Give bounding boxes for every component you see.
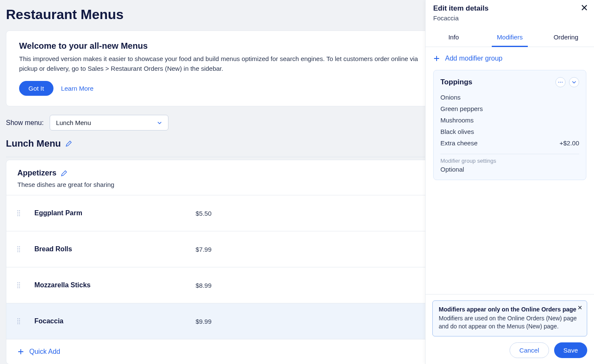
info-box-title: Modifiers appear only on the Online Orde… xyxy=(439,306,581,313)
tab-ordering[interactable]: Ordering xyxy=(538,28,594,47)
option-name: Mushrooms xyxy=(440,117,474,124)
add-modifier-group-label: Add modifier group xyxy=(445,55,502,62)
learn-more-link[interactable]: Learn More xyxy=(61,85,94,92)
panel-title: Edit item details xyxy=(433,4,586,13)
edit-item-panel: Edit item details Focaccia ✕ Info Modifi… xyxy=(425,0,594,364)
chevron-down-icon[interactable] xyxy=(569,77,579,87)
item-price: $5.50 xyxy=(196,210,255,217)
modifier-option-row: Onions xyxy=(440,92,579,103)
tab-info[interactable]: Info xyxy=(426,28,482,47)
save-button[interactable]: Save xyxy=(554,342,587,358)
menu-select-value: Lunch Menu xyxy=(56,119,91,126)
menu-select[interactable]: Lunch Menu xyxy=(50,115,168,131)
modifier-settings-label: Modifier group settings xyxy=(440,158,579,164)
item-name: Eggplant Parm xyxy=(34,209,196,217)
modifier-settings-value: Optional xyxy=(440,166,579,173)
got-it-button[interactable]: Got It xyxy=(19,81,53,96)
add-modifier-group-button[interactable]: Add modifier group xyxy=(433,55,586,62)
drag-handle-icon[interactable] xyxy=(17,282,22,288)
modifier-option-row: Green peppers xyxy=(440,103,579,114)
item-name: Focaccia xyxy=(34,317,196,325)
info-box: Modifiers appear only on the Online Orde… xyxy=(432,300,587,336)
plus-icon xyxy=(433,55,440,62)
modifier-option-row: Extra cheese +$2.00 xyxy=(440,137,579,149)
pencil-icon[interactable] xyxy=(61,170,67,177)
more-options-icon[interactable]: ⋯ xyxy=(555,77,566,87)
show-menu-label: Show menu: xyxy=(6,119,44,127)
info-box-text: Modifiers are used on the Online Orders … xyxy=(439,314,581,331)
pencil-icon[interactable] xyxy=(65,140,72,147)
close-icon[interactable]: ✕ xyxy=(580,3,588,13)
menu-title: Lunch Menu xyxy=(6,138,61,149)
panel-tabs: Info Modifiers Ordering xyxy=(426,28,594,47)
option-name: Onions xyxy=(440,94,461,101)
drag-handle-icon[interactable] xyxy=(17,318,22,324)
option-name: Green peppers xyxy=(440,105,483,112)
plus-icon xyxy=(17,348,24,355)
chevron-down-icon xyxy=(157,120,162,125)
quick-add-label: Quick Add xyxy=(29,348,60,356)
option-name: Black olives xyxy=(440,128,474,135)
item-price: $9.99 xyxy=(196,318,255,325)
modifier-group-card: Toppings ⋯ Onions Green peppers Mushroom… xyxy=(433,70,586,180)
drag-handle-icon[interactable] xyxy=(17,246,22,252)
item-price: $8.99 xyxy=(196,282,255,289)
cancel-button[interactable]: Cancel xyxy=(510,342,549,358)
option-price: +$2.00 xyxy=(560,139,579,147)
tab-modifiers[interactable]: Modifiers xyxy=(482,28,538,47)
close-icon[interactable]: ✕ xyxy=(577,304,583,311)
item-name: Mozzarella Sticks xyxy=(34,281,196,289)
panel-subtitle: Focaccia xyxy=(433,14,586,22)
modifier-group-title: Toppings xyxy=(440,78,472,86)
modifier-option-row: Mushrooms xyxy=(440,114,579,126)
banner-text: This improved version makes it easier to… xyxy=(19,54,426,73)
page-title: Restaurant Menus xyxy=(6,7,123,22)
drag-handle-icon[interactable] xyxy=(17,210,22,216)
item-price: $7.99 xyxy=(196,246,255,253)
modifier-option-row: Black olives xyxy=(440,126,579,137)
section-title: Appetizers xyxy=(17,169,56,178)
item-name: Bread Rolls xyxy=(34,245,196,253)
option-name: Extra cheese xyxy=(440,139,478,147)
